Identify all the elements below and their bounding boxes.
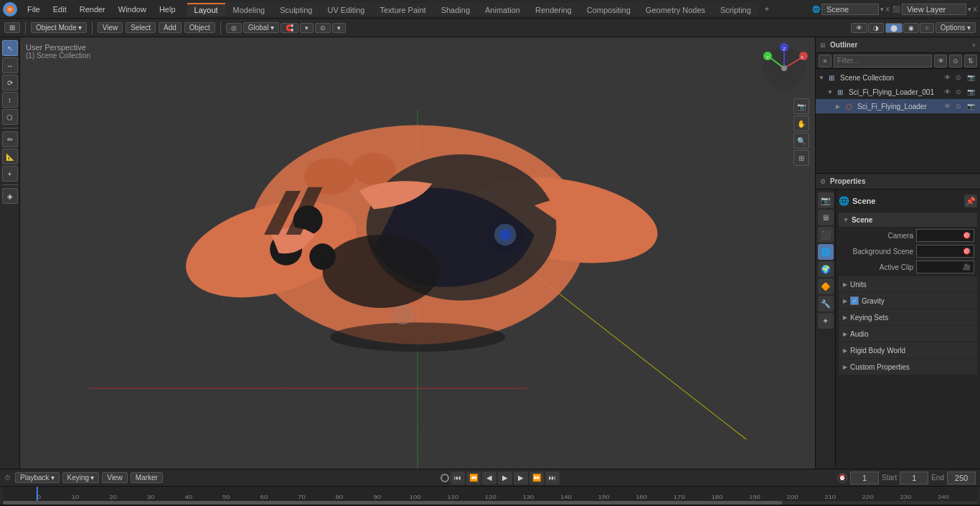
tab-texture-paint[interactable]: Texture Paint bbox=[372, 3, 433, 16]
options-btn[interactable]: Options ▾ bbox=[936, 22, 976, 33]
view-menu[interactable]: View bbox=[98, 22, 123, 33]
tab-compositing[interactable]: Compositing bbox=[580, 3, 638, 16]
tab-layout[interactable]: Layout bbox=[187, 3, 225, 16]
editor-type-btn[interactable]: ⊞ bbox=[4, 22, 20, 33]
outliner-visibility-icon[interactable]: 👁 bbox=[944, 74, 954, 81]
outliner-select-icon-2[interactable]: ⊙ bbox=[956, 88, 966, 95]
timeline-scrollbar[interactable] bbox=[3, 501, 977, 505]
prop-tab-output[interactable]: 🖥 bbox=[818, 210, 834, 225]
tab-shading[interactable]: Shading bbox=[434, 3, 477, 16]
add-menu[interactable]: Add bbox=[159, 22, 182, 33]
proportional-type[interactable]: ▾ bbox=[332, 23, 346, 33]
snap-toggle[interactable]: 🧲 bbox=[281, 23, 298, 33]
scene-selector[interactable] bbox=[821, 4, 879, 15]
jump-end-btn[interactable]: ⏭ bbox=[545, 472, 560, 484]
scene-section-header[interactable]: ▼ Scene bbox=[839, 212, 977, 227]
timeline-view-menu[interactable]: View bbox=[102, 472, 128, 483]
viewport-3d[interactable]: User Perspective (1) Scene Collection X … bbox=[20, 37, 815, 469]
tab-geometry-nodes[interactable]: Geometry Nodes bbox=[639, 3, 712, 16]
frame-current-input[interactable] bbox=[850, 472, 879, 484]
timeline-scrollbar-thumb[interactable] bbox=[3, 501, 782, 505]
tab-animation[interactable]: Animation bbox=[478, 3, 527, 16]
keying-sets-header[interactable]: ▶ Keying Sets bbox=[839, 309, 977, 325]
tab-rendering[interactable]: Rendering bbox=[528, 3, 579, 16]
audio-header[interactable]: ▶ Audio bbox=[839, 326, 977, 342]
shading-render[interactable]: ○ bbox=[920, 23, 933, 33]
gravity-checkbox[interactable]: ✓ bbox=[850, 296, 859, 305]
add-workspace-button[interactable]: + bbox=[759, 3, 775, 16]
marker-menu[interactable]: Marker bbox=[131, 472, 163, 483]
record-btn[interactable] bbox=[440, 474, 449, 482]
outliner-visibility-icon-2[interactable]: 👁 bbox=[944, 88, 954, 95]
menu-render[interactable]: Render bbox=[74, 4, 111, 15]
tool-scale[interactable]: ↕ bbox=[2, 92, 18, 108]
mode-select[interactable]: Object Mode▾ bbox=[31, 22, 87, 33]
frame-clock-icon[interactable]: ⏰ bbox=[837, 473, 847, 483]
prop-tab-world[interactable]: 🌍 bbox=[818, 261, 834, 277]
xray-toggle[interactable]: ◑ bbox=[868, 23, 884, 33]
view-layer-selector[interactable] bbox=[902, 4, 966, 15]
next-frame-btn[interactable]: ▶ bbox=[514, 472, 528, 484]
select-menu[interactable]: Select bbox=[126, 22, 156, 33]
outliner-search-input[interactable] bbox=[834, 55, 932, 67]
tool-add[interactable]: + bbox=[2, 166, 18, 182]
tool-rotate[interactable]: ⟳ bbox=[2, 75, 18, 90]
object-menu[interactable]: Object bbox=[184, 22, 215, 33]
outliner-render-icon-2[interactable]: 📷 bbox=[967, 88, 977, 95]
scene-prop-pin[interactable]: 📌 bbox=[964, 195, 977, 207]
start-frame-input[interactable] bbox=[900, 472, 928, 484]
prop-tab-object[interactable]: 🔶 bbox=[818, 278, 834, 294]
active-clip-field[interactable]: 🎥 bbox=[916, 261, 974, 273]
tool-measure[interactable]: 📐 bbox=[2, 149, 18, 164]
filter-all-btn[interactable]: ≡ bbox=[819, 55, 831, 67]
prev-keyframe-btn[interactable]: ⏪ bbox=[466, 472, 481, 484]
next-keyframe-btn[interactable]: ⏩ bbox=[529, 472, 544, 484]
prop-tab-particles[interactable]: ✦ bbox=[818, 313, 834, 329]
menu-file[interactable]: File bbox=[22, 4, 46, 15]
prop-tab-view-layer[interactable]: ⬛ bbox=[818, 227, 834, 243]
tab-modeling[interactable]: Modeling bbox=[226, 3, 273, 16]
tool-transform[interactable]: ⬡ bbox=[2, 109, 18, 125]
tab-sculpting[interactable]: Sculpting bbox=[273, 3, 319, 16]
tool-select[interactable]: ↖ bbox=[2, 40, 18, 56]
play-btn[interactable]: ▶ bbox=[498, 472, 512, 484]
timeline-track[interactable]: 0 10 20 30 40 50 60 70 80 90 100 110 120… bbox=[0, 487, 980, 505]
tool-move[interactable]: ↔ bbox=[2, 57, 18, 73]
menu-edit[interactable]: Edit bbox=[47, 4, 72, 15]
outliner-close-btn[interactable]: × bbox=[972, 42, 976, 49]
transform-space[interactable]: Global▾ bbox=[243, 22, 279, 33]
prev-frame-btn[interactable]: ◀ bbox=[482, 472, 496, 484]
tab-uv-editing[interactable]: UV Editing bbox=[320, 3, 372, 16]
rigid-body-header[interactable]: ▶ Rigid Body World bbox=[839, 342, 977, 358]
outliner-render-icon[interactable]: 📷 bbox=[967, 74, 977, 81]
end-frame-input[interactable] bbox=[947, 472, 976, 484]
filter-visibility-btn[interactable]: 👁 bbox=[934, 55, 947, 67]
units-section-header[interactable]: ▶ Units bbox=[839, 276, 977, 292]
prop-tab-render[interactable]: 📷 bbox=[818, 192, 834, 208]
outliner-select-icon[interactable]: ⊙ bbox=[956, 74, 966, 81]
active-clip-pick-icon[interactable]: 🎥 bbox=[963, 263, 971, 271]
filter-select-btn[interactable]: ⊙ bbox=[949, 55, 962, 67]
prop-tab-modifiers[interactable]: 🔧 bbox=[818, 296, 834, 311]
outliner-render-icon-3[interactable]: 📷 bbox=[967, 103, 977, 110]
keying-menu[interactable]: Keying▾ bbox=[62, 472, 100, 483]
filter-sort-btn[interactable]: ⇅ bbox=[964, 55, 977, 67]
menu-help[interactable]: Help bbox=[154, 4, 182, 15]
overlay-toggle[interactable]: 👁 bbox=[851, 23, 867, 33]
menu-window[interactable]: Window bbox=[113, 4, 152, 15]
snap-settings[interactable]: ▾ bbox=[300, 23, 314, 33]
shading-material[interactable]: ◉ bbox=[903, 23, 919, 33]
shading-solid[interactable]: ⬤ bbox=[885, 23, 903, 33]
bg-scene-pick-icon[interactable]: 🎯 bbox=[963, 248, 971, 255]
tool-cursor[interactable]: ◈ bbox=[2, 188, 18, 204]
background-scene-field[interactable]: 🎯 bbox=[916, 245, 974, 258]
camera-value-field[interactable]: 🎯 bbox=[916, 229, 974, 242]
outliner-item-scene-collection[interactable]: ▼ ⊞ Scene Collection 👁 ⊙ 📷 bbox=[816, 70, 980, 85]
camera-pick-icon[interactable]: 🎯 bbox=[963, 232, 971, 239]
outliner-item-loader-001[interactable]: ▼ ⊞ Sci_Fi_Flying_Loader_001 👁 ⊙ 📷 bbox=[816, 85, 980, 99]
playback-menu[interactable]: Playback▾ bbox=[15, 472, 60, 483]
outliner-visibility-icon-3[interactable]: 👁 bbox=[944, 103, 954, 110]
tab-scripting[interactable]: Scripting bbox=[713, 3, 758, 16]
outliner-select-icon-3[interactable]: ⊙ bbox=[956, 103, 966, 110]
tool-annotate[interactable]: ✏ bbox=[2, 131, 18, 147]
